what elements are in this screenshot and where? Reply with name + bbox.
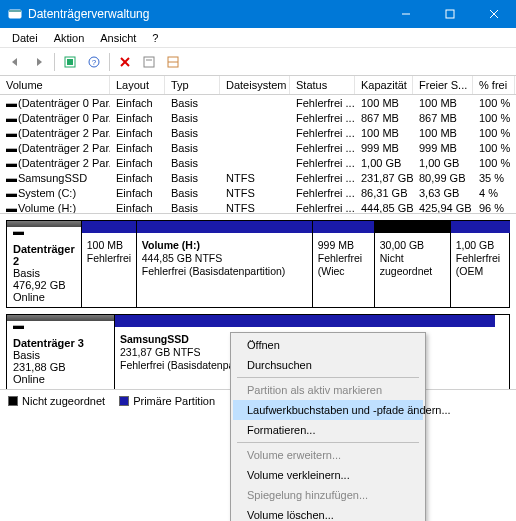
- col-volume[interactable]: Volume: [0, 76, 110, 94]
- list-button[interactable]: [162, 51, 184, 73]
- context-menu-item[interactable]: Laufwerkbuchstaben und -pfade ändern...: [233, 400, 423, 420]
- volume-row[interactable]: ▬Volume (H:)EinfachBasisNTFSFehlerfrei .…: [0, 200, 516, 214]
- context-menu-item[interactable]: Öffnen: [233, 335, 423, 355]
- refresh-button[interactable]: [59, 51, 81, 73]
- unmount-button[interactable]: [114, 51, 136, 73]
- legend-unallocated: Nicht zugeordnet: [22, 395, 105, 407]
- properties-button[interactable]: [138, 51, 160, 73]
- forward-button[interactable]: [28, 51, 50, 73]
- help-button[interactable]: ?: [83, 51, 105, 73]
- close-button[interactable]: [472, 0, 516, 28]
- col-typ[interactable]: Typ: [165, 76, 220, 94]
- menubar: Datei Aktion Ansicht ?: [0, 28, 516, 48]
- context-menu-item: Partition als aktiv markieren: [233, 380, 423, 400]
- maximize-button[interactable]: [428, 0, 472, 28]
- col-pct[interactable]: % frei: [473, 76, 515, 94]
- col-layout[interactable]: Layout: [110, 76, 165, 94]
- minimize-button[interactable]: [384, 0, 428, 28]
- partition[interactable]: Volume (H:)444,85 GB NTFSFehlerfrei (Bas…: [136, 221, 312, 307]
- volume-row[interactable]: ▬(Datenträger 2 Par...EinfachBasisFehler…: [0, 155, 516, 170]
- context-menu-item[interactable]: Volume löschen...: [233, 505, 423, 521]
- menu-separator: [237, 377, 419, 378]
- menu-separator: [237, 442, 419, 443]
- partition[interactable]: 30,00 GBNicht zugeordnet: [374, 221, 450, 307]
- col-fs[interactable]: Dateisystem: [220, 76, 290, 94]
- titlebar: Datenträgerverwaltung: [0, 0, 516, 28]
- volume-row[interactable]: ▬SamsungSSDEinfachBasisNTFSFehlerfrei ..…: [0, 170, 516, 185]
- context-menu-item[interactable]: Volume verkleinern...: [233, 465, 423, 485]
- volume-row[interactable]: ▬(Datenträger 2 Par...EinfachBasisFehler…: [0, 125, 516, 140]
- svg-text:?: ?: [92, 58, 97, 67]
- col-free[interactable]: Freier S...: [413, 76, 473, 94]
- svg-marker-6: [12, 58, 17, 66]
- partition[interactable]: 999 MBFehlerfrei (Wiec: [312, 221, 374, 307]
- col-status[interactable]: Status: [290, 76, 355, 94]
- disk-info[interactable]: ▬Datenträger 3Basis231,88 GBOnline: [7, 315, 115, 389]
- svg-rect-3: [446, 10, 454, 18]
- partition[interactable]: 1,00 GBFehlerfrei (OEM: [450, 221, 510, 307]
- legend-swatch-primary: [119, 396, 129, 406]
- volume-row[interactable]: ▬(Datenträger 2 Par...EinfachBasisFehler…: [0, 140, 516, 155]
- legend-swatch-unalloc: [8, 396, 18, 406]
- app-icon: [8, 7, 22, 21]
- svg-rect-14: [144, 57, 154, 67]
- toolbar: ?: [0, 48, 516, 76]
- disk-info[interactable]: ▬Datenträger 2Basis476,92 GBOnline: [7, 221, 82, 307]
- menu-action[interactable]: Aktion: [46, 30, 93, 46]
- back-button[interactable]: [4, 51, 26, 73]
- legend-primary: Primäre Partition: [133, 395, 215, 407]
- context-menu-item[interactable]: Durchsuchen: [233, 355, 423, 375]
- volume-list-header: Volume Layout Typ Dateisystem Status Kap…: [0, 76, 516, 95]
- context-menu: ÖffnenDurchsuchenPartition als aktiv mar…: [230, 332, 426, 521]
- svg-marker-7: [37, 58, 42, 66]
- partition[interactable]: 100 MBFehlerfrei: [82, 221, 136, 307]
- window-title: Datenträgerverwaltung: [28, 7, 384, 21]
- menu-help[interactable]: ?: [144, 30, 166, 46]
- volume-list: Volume Layout Typ Dateisystem Status Kap…: [0, 76, 516, 214]
- volume-row[interactable]: ▬(Datenträger 0 Par...EinfachBasisFehler…: [0, 95, 516, 110]
- svg-rect-9: [67, 59, 73, 65]
- context-menu-item[interactable]: Formatieren...: [233, 420, 423, 440]
- context-menu-item: Volume erweitern...: [233, 445, 423, 465]
- disk-row: ▬Datenträger 2Basis476,92 GBOnline100 MB…: [6, 220, 510, 308]
- context-menu-item: Spiegelung hinzufügen...: [233, 485, 423, 505]
- volume-row[interactable]: ▬(Datenträger 0 Par...EinfachBasisFehler…: [0, 110, 516, 125]
- volume-row[interactable]: ▬System (C:)EinfachBasisNTFSFehlerfrei .…: [0, 185, 516, 200]
- menu-view[interactable]: Ansicht: [92, 30, 144, 46]
- menu-file[interactable]: Datei: [4, 30, 46, 46]
- svg-rect-1: [9, 10, 21, 12]
- col-cap[interactable]: Kapazität: [355, 76, 413, 94]
